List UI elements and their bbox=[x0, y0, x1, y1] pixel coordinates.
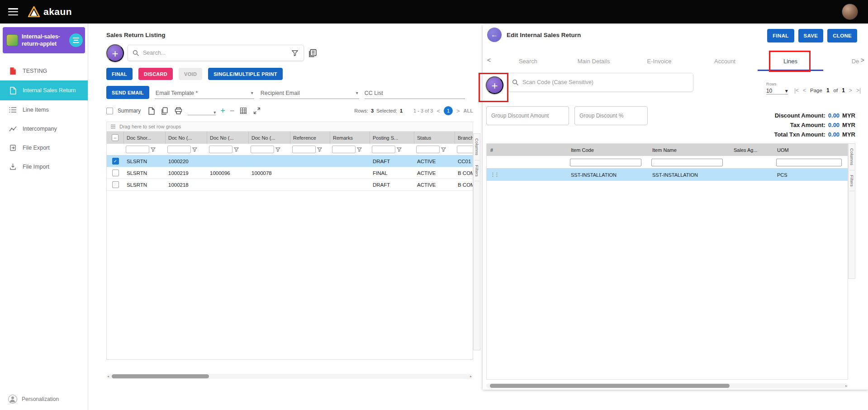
filter-input[interactable] bbox=[332, 146, 356, 153]
column-header[interactable]: UOM bbox=[773, 144, 848, 156]
filters-panel-tab[interactable]: Filters bbox=[474, 160, 479, 182]
table-row[interactable]: SLSRTN 1000219 1000096 1000078 FINAL ACT… bbox=[107, 167, 473, 179]
recipient-email-select[interactable]: Recipient Email ▾ bbox=[260, 87, 359, 99]
row-checkbox[interactable] bbox=[112, 181, 119, 188]
horizontal-scrollbar[interactable]: ◂ ▸ bbox=[106, 374, 473, 379]
scrollbar-thumb[interactable] bbox=[112, 374, 209, 378]
print-button[interactable]: SINGLE/MULTIPLE PRINT bbox=[208, 68, 283, 80]
funnel-icon[interactable] bbox=[192, 147, 197, 152]
column-header[interactable]: Item Code bbox=[567, 144, 649, 156]
next-page-icon[interactable]: > bbox=[849, 87, 852, 94]
filter-icon[interactable] bbox=[291, 49, 299, 57]
back-button[interactable]: ← bbox=[487, 28, 502, 42]
save-button[interactable]: SAVE bbox=[798, 29, 824, 42]
add-record-button[interactable]: + bbox=[106, 44, 124, 62]
filter-input[interactable] bbox=[416, 146, 440, 153]
sidebar-item-file-export[interactable]: File Export bbox=[0, 138, 88, 157]
email-template-select[interactable]: Email Template * ▾ bbox=[155, 87, 254, 99]
group-discount-pct-field[interactable] bbox=[574, 106, 648, 125]
select-all-checkbox[interactable]: – bbox=[112, 134, 119, 141]
saved-search-icon[interactable] bbox=[308, 48, 318, 58]
zoom-in-icon[interactable]: + bbox=[220, 107, 225, 115]
sidebar-item-internal-sales-return[interactable]: Internal Sales Return bbox=[0, 80, 88, 100]
avatar[interactable] bbox=[842, 4, 858, 20]
filter-input[interactable] bbox=[209, 146, 232, 153]
filter-input[interactable] bbox=[570, 159, 641, 166]
sidebar-item-intercompany[interactable]: Intercompany bbox=[0, 119, 88, 138]
tab-e-invoice[interactable]: E-Invoice bbox=[626, 58, 692, 65]
cc-list-field[interactable]: CC List bbox=[365, 87, 465, 99]
scan-code-input[interactable] bbox=[522, 79, 688, 85]
last-page-icon[interactable]: >| bbox=[856, 87, 861, 94]
copy-icon[interactable] bbox=[160, 106, 169, 116]
first-page-icon[interactable]: |< bbox=[794, 87, 799, 94]
horizontal-scrollbar[interactable]: ▸ bbox=[486, 383, 848, 388]
add-line-button[interactable]: + bbox=[486, 76, 503, 94]
row-group-dropzone[interactable]: Drag here to set row groups bbox=[106, 122, 473, 132]
send-email-button[interactable]: SEND EMAIL bbox=[106, 86, 149, 99]
funnel-icon[interactable] bbox=[397, 147, 402, 152]
columns-panel-tab[interactable]: Columns bbox=[474, 134, 479, 160]
column-header[interactable]: # bbox=[487, 144, 567, 156]
filter-input[interactable] bbox=[251, 146, 274, 153]
column-header[interactable]: Item Name bbox=[649, 144, 730, 156]
hamburger-menu-icon[interactable] bbox=[8, 8, 18, 15]
row-checkbox[interactable]: ✓ bbox=[112, 158, 119, 165]
funnel-icon[interactable] bbox=[151, 147, 156, 152]
column-header[interactable]: Reference bbox=[290, 132, 330, 144]
table-row[interactable]: ✓ SLSRTN 1000220 DRAFT ACTIVE CC01 bbox=[107, 156, 473, 167]
filter-input[interactable] bbox=[651, 159, 723, 166]
filter-input[interactable] bbox=[126, 146, 149, 153]
scroll-right-icon[interactable]: ▸ bbox=[845, 384, 847, 388]
column-header[interactable]: Doc No (... bbox=[249, 132, 290, 144]
filter-input[interactable] bbox=[457, 146, 473, 153]
column-header[interactable]: Remarks bbox=[330, 132, 370, 144]
funnel-icon[interactable] bbox=[275, 147, 280, 152]
scrollbar-thumb[interactable] bbox=[490, 384, 730, 388]
void-button[interactable]: VOID bbox=[179, 68, 202, 80]
tab-search[interactable]: Search bbox=[495, 58, 561, 65]
funnel-icon[interactable] bbox=[317, 147, 322, 152]
column-header[interactable]: Doc No (... bbox=[166, 132, 207, 144]
column-header[interactable]: Doc No (... bbox=[207, 132, 249, 144]
column-header[interactable]: Branch... bbox=[455, 132, 473, 144]
personalization-button[interactable]: Personalization bbox=[8, 395, 59, 404]
expand-icon[interactable] bbox=[252, 106, 261, 115]
zoom-out-icon[interactable]: − bbox=[230, 107, 235, 115]
search-input[interactable] bbox=[143, 50, 287, 56]
current-page[interactable]: 1 bbox=[444, 106, 453, 115]
clone-button[interactable]: CLONE bbox=[827, 29, 857, 42]
table-row[interactable]: ⋮⋮ SST-INSTALLATION SST-INSTALLATION PCS bbox=[487, 169, 848, 181]
filter-input[interactable] bbox=[372, 146, 395, 153]
filter-input[interactable] bbox=[167, 146, 191, 153]
rows-per-page-select[interactable]: 10 ▾ bbox=[766, 86, 788, 94]
funnel-icon[interactable] bbox=[441, 147, 446, 152]
column-header[interactable]: Doc Shor... bbox=[124, 132, 166, 144]
next-page-icon[interactable]: > bbox=[456, 108, 460, 114]
group-by-select[interactable]: ▾ bbox=[188, 106, 216, 115]
funnel-icon[interactable] bbox=[357, 147, 362, 152]
all-pages-button[interactable]: ALL bbox=[464, 108, 473, 113]
column-header[interactable]: Status bbox=[414, 132, 455, 144]
column-header[interactable]: Sales Ag... bbox=[730, 144, 773, 156]
group-discount-amount-field[interactable] bbox=[486, 106, 569, 125]
tab-account[interactable]: Account bbox=[692, 58, 758, 65]
funnel-icon[interactable] bbox=[234, 147, 239, 152]
table-row[interactable]: SLSRTN 1000218 DRAFT ACTIVE B COM bbox=[107, 179, 473, 191]
tabs-scroll-right-icon[interactable]: > bbox=[859, 57, 866, 64]
row-checkbox[interactable] bbox=[112, 170, 119, 176]
discard-button[interactable]: DISCARD bbox=[138, 68, 173, 80]
filter-input[interactable] bbox=[292, 146, 316, 153]
filters-panel-tab[interactable]: Filters bbox=[849, 170, 854, 192]
sidebar-item-file-import[interactable]: File Import bbox=[0, 157, 88, 176]
scroll-left-icon[interactable]: ◂ bbox=[107, 374, 109, 378]
column-header[interactable]: Posting S... bbox=[370, 132, 414, 144]
final-button[interactable]: FINAL bbox=[767, 29, 794, 42]
tabs-scroll-left-icon[interactable]: < bbox=[485, 57, 493, 64]
drag-handle[interactable]: ⋮⋮ bbox=[490, 172, 498, 177]
print-icon[interactable] bbox=[174, 106, 183, 115]
export-file-icon[interactable] bbox=[147, 106, 156, 116]
grid-icon[interactable] bbox=[239, 106, 248, 115]
columns-panel-tab[interactable]: Columns bbox=[849, 144, 854, 170]
scroll-right-icon[interactable]: ▸ bbox=[470, 374, 472, 378]
